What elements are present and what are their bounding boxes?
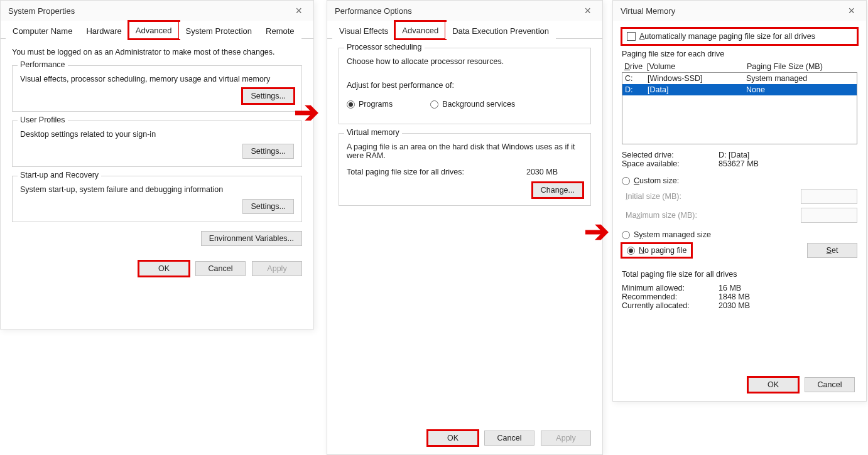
tab-advanced[interactable]: Advanced: [129, 21, 179, 39]
sysprops-tabs: Computer Name Hardware Advanced System P…: [1, 21, 313, 39]
sysprops-intro: You must be logged on as an Administrato…: [12, 48, 302, 56]
radio-bg-label: Background services: [442, 100, 515, 109]
group-processor-scheduling: Processor scheduling Choose how to alloc…: [339, 48, 591, 124]
vmem-legend: Virtual memory: [344, 128, 402, 137]
performance-desc: Visual effects, processor scheduling, me…: [20, 75, 294, 83]
radio-programs-label: Programs: [359, 100, 393, 109]
selected-drive-value: D: [Data]: [719, 151, 749, 159]
set-button[interactable]: Set: [807, 243, 857, 258]
radio-icon: [347, 100, 355, 109]
per-drive-label: Paging file size for each drive: [622, 50, 857, 58]
vmem-ok-button[interactable]: OK: [748, 377, 798, 392]
tab-dep[interactable]: Data Execution Prevention: [445, 22, 556, 39]
perfopts-cancel-button[interactable]: Cancel: [484, 431, 534, 446]
arrow-icon: ➔: [584, 213, 609, 249]
vmem-total-value: 2030 MB: [526, 168, 558, 176]
radio-system-managed[interactable]: System managed size: [622, 230, 711, 239]
group-user-profiles: User Profiles Desktop settings related t…: [12, 120, 302, 167]
tab-hardware[interactable]: Hardware: [79, 22, 128, 39]
tab-computer-name[interactable]: Computer Name: [6, 22, 79, 39]
drive-letter: C:: [625, 74, 648, 83]
tab-system-protection[interactable]: System Protection: [179, 22, 259, 39]
custom-size-label: Custom size:: [634, 176, 679, 185]
environment-variables-button[interactable]: Environment Variables...: [201, 231, 302, 246]
radio-background-services[interactable]: Background services: [430, 100, 515, 109]
group-startup-recovery: Start-up and Recovery System start-up, s…: [12, 176, 302, 222]
userprofiles-desc: Desktop settings related to your sign-in: [20, 130, 294, 139]
radio-icon: [622, 231, 630, 239]
currently-allocated-value: 2030 MB: [719, 301, 750, 310]
performance-options-dialog: Performance Options × Visual Effects Adv…: [327, 0, 603, 455]
drive-pfs: None: [746, 85, 853, 94]
space-available-value: 853627 MB: [719, 159, 759, 168]
sysprops-cancel-button[interactable]: Cancel: [195, 261, 246, 276]
perfopts-ok-button[interactable]: OK: [428, 431, 478, 446]
drive-table[interactable]: C: [Windows-SSD] System managed D: [Data…: [622, 72, 857, 144]
vmem-total-label: Total paging file size for all drives:: [347, 168, 464, 176]
radio-programs[interactable]: Programs: [347, 100, 393, 109]
close-icon[interactable]: ×: [842, 3, 861, 19]
drive-volume: [Windows-SSD]: [648, 74, 746, 83]
radio-icon: [430, 100, 438, 109]
close-icon[interactable]: ×: [289, 3, 308, 19]
performance-settings-button[interactable]: Settings...: [242, 88, 294, 104]
table-row[interactable]: C: [Windows-SSD] System managed: [622, 73, 857, 84]
radio-custom-size[interactable]: Custom size:: [622, 176, 679, 185]
tab-remote[interactable]: Remote: [259, 22, 301, 39]
radio-no-paging-file[interactable]: No paging file: [622, 244, 692, 257]
perfopts-body: Processor scheduling Choose how to alloc…: [327, 39, 602, 223]
perfopts-buttons: OK Cancel Apply: [416, 424, 602, 454]
perfopts-title: Performance Options: [335, 6, 412, 16]
startup-desc: System start-up, system failure and debu…: [20, 185, 294, 194]
vm-size-options: Custom size: Initial size (MB): Maximum …: [622, 174, 857, 260]
initial-size-label: Initial size (MB):: [622, 192, 681, 201]
sysprops-body: You must be logged on as an Administrato…: [1, 39, 313, 255]
drive-volume: [Data]: [648, 85, 746, 94]
drive-pfs: System managed: [746, 74, 853, 83]
vmem-title: Virtual Memory: [621, 6, 675, 16]
proc-desc: Choose how to allocate processor resourc…: [347, 57, 583, 66]
initial-size-input[interactable]: [801, 189, 857, 204]
maximum-size-label: Maximum size (MB):: [622, 211, 697, 220]
total-paging-header: Total paging file size for all drives: [622, 270, 857, 279]
col-paging-size: Paging File Size (MB): [747, 62, 854, 71]
proc-adjust-label: Adjust for best performance of:: [347, 81, 583, 90]
tab-advanced[interactable]: Advanced: [395, 21, 445, 39]
sysprops-ok-button[interactable]: OK: [139, 261, 189, 276]
vmem-body: Automatically manage paging file size fo…: [613, 21, 866, 318]
auto-manage-checkbox[interactable]: Automatically manage paging file size fo…: [622, 28, 857, 45]
tab-visual-effects[interactable]: Visual Effects: [332, 22, 395, 39]
vmem-change-button[interactable]: Change...: [533, 183, 583, 198]
startup-settings-button[interactable]: Settings...: [242, 199, 294, 214]
perfopts-apply-button[interactable]: Apply: [541, 431, 591, 446]
vmem-titlebar: Virtual Memory ×: [613, 1, 866, 21]
system-properties-dialog: System Properties × Computer Name Hardwa…: [0, 0, 314, 329]
arrow-icon: ➔: [294, 94, 319, 129]
no-paging-label: No paging file: [639, 246, 686, 255]
min-allowed-value: 16 MB: [719, 284, 741, 292]
currently-allocated-label: Currently allocated:: [622, 301, 710, 310]
checkbox-icon: [627, 32, 636, 41]
userprofiles-legend: User Profiles: [18, 115, 68, 124]
maximum-size-input[interactable]: [801, 208, 857, 223]
drive-letter: D:: [625, 85, 648, 94]
proc-legend: Processor scheduling: [344, 43, 425, 51]
drive-table-header: Drive [Volume Paging File Size (MB): [622, 61, 857, 72]
recommended-label: Recommended:: [622, 292, 710, 301]
table-row[interactable]: D: [Data] None: [622, 84, 857, 95]
radio-icon: [627, 247, 635, 255]
close-icon[interactable]: ×: [578, 3, 597, 19]
group-virtual-memory: Virtual memory A paging file is an area …: [339, 133, 591, 206]
vmem-cancel-button[interactable]: Cancel: [805, 377, 855, 392]
recommended-value: 1848 MB: [719, 292, 750, 301]
sysprops-apply-button[interactable]: Apply: [252, 261, 302, 276]
userprofiles-settings-button[interactable]: Settings...: [242, 144, 294, 159]
auto-manage-label: Automatically manage paging file size fo…: [639, 32, 815, 41]
vmem-buttons: OK Cancel: [737, 371, 866, 401]
group-performance: Performance Visual effects, processor sc…: [12, 65, 302, 112]
sysprops-buttons: OK Cancel Apply: [1, 255, 313, 285]
space-available-label: Space available:: [622, 159, 710, 168]
perfopts-tabs: Visual Effects Advanced Data Execution P…: [327, 21, 602, 39]
vmem-desc: A paging file is an area on the hard dis…: [347, 142, 583, 160]
virtual-memory-dialog: Virtual Memory × Automatically manage pa…: [612, 0, 867, 402]
